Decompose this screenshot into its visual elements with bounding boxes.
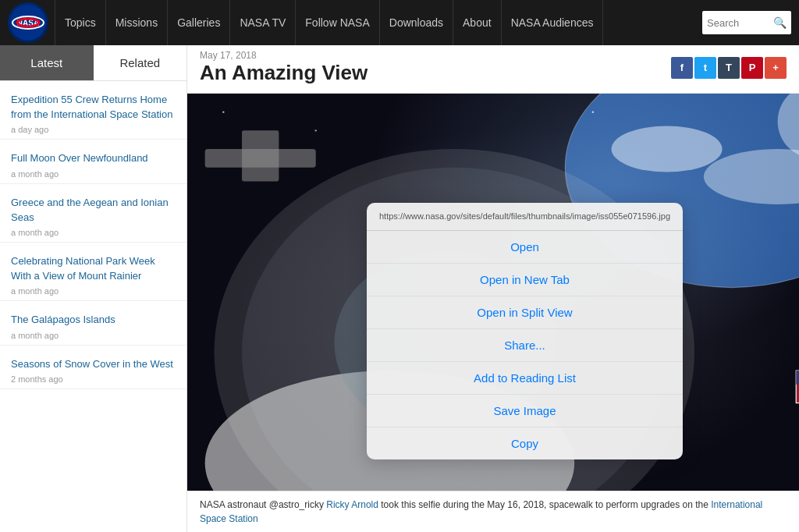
context-menu-save-image[interactable]: Save Image — [367, 395, 683, 427]
sidebar-item-title-5[interactable]: Seasons of Snow Cover in the West — [11, 358, 173, 370]
context-menu-share[interactable]: Share... — [367, 329, 683, 362]
content-header: May 17, 2018 An Amazing View f t T P + — [187, 45, 799, 94]
sidebar-tabs: Latest Related — [0, 45, 186, 81]
caption-link-ricky[interactable]: Ricky Arnold — [326, 499, 378, 510]
sidebar-item-time-0: a day ago — [11, 125, 176, 134]
nav-nasa-tv[interactable]: NASA TV — [230, 0, 296, 45]
article-title: An Amazing View — [200, 61, 368, 85]
sidebar-item-time-5: 2 months ago — [11, 374, 176, 384]
list-item: Celebrating National Park Week With a Vi… — [0, 243, 186, 301]
context-menu: https://www.nasa.gov/sites/default/files… — [367, 203, 683, 459]
sidebar: Latest Related Expedition 55 Crew Return… — [0, 45, 187, 532]
list-item: The Galápagos Islands a month ago — [0, 301, 186, 345]
sidebar-item-title-2[interactable]: Greece and the Aegean and Ionian Seas — [11, 197, 169, 223]
sidebar-item-time-2: a month ago — [11, 228, 176, 237]
main-layout: Latest Related Expedition 55 Crew Return… — [0, 45, 799, 532]
sidebar-item-title-4[interactable]: The Galápagos Islands — [11, 314, 115, 325]
list-item: Seasons of Snow Cover in the West 2 mont… — [0, 346, 186, 389]
nav-downloads[interactable]: Downloads — [380, 0, 453, 45]
plus-share-button[interactable]: + — [765, 57, 787, 79]
sidebar-item-time-1: a month ago — [11, 169, 176, 179]
pinterest-share-button[interactable]: P — [741, 57, 763, 79]
nav-topics[interactable]: Topics — [55, 0, 106, 45]
list-item: Full Moon Over Newfoundland a month ago — [0, 140, 186, 183]
nav-follow-nasa[interactable]: Follow NASA — [296, 0, 379, 45]
caption-area: NASA astronaut @astro_ricky Ricky Arnold… — [187, 491, 799, 532]
sidebar-item-title-3[interactable]: Celebrating National Park Week With a Vi… — [11, 255, 155, 282]
article-date: May 17, 2018 — [200, 50, 368, 61]
list-item: Expedition 55 Crew Returns Home from the… — [0, 81, 186, 140]
nasa-logo[interactable]: NASA — [8, 2, 48, 43]
image-area: https://www.nasa.gov/sites/default/files… — [187, 94, 799, 491]
list-item: Greece and the Aegean and Ionian Seas a … — [0, 184, 186, 243]
twitter-share-button[interactable]: t — [694, 57, 716, 79]
tumblr-share-button[interactable]: T — [718, 57, 740, 79]
context-menu-open-new-tab[interactable]: Open in New Tab — [367, 264, 683, 296]
search-container: 🔍 — [702, 11, 791, 34]
sidebar-items: Expedition 55 Crew Returns Home from the… — [0, 81, 186, 532]
nav-galleries[interactable]: Galleries — [168, 0, 230, 45]
nav-nasa-audiences[interactable]: NASA Audiences — [502, 0, 604, 45]
caption-text-before: NASA astronaut @astro_ricky — [200, 499, 326, 510]
context-menu-open[interactable]: Open — [367, 231, 683, 264]
context-menu-copy[interactable]: Copy — [367, 427, 683, 459]
context-menu-add-reading-list[interactable]: Add to Reading List — [367, 362, 683, 395]
header: NASA Topics Missions Galleries NASA TV F… — [0, 0, 799, 45]
social-icons: f t T P + — [671, 57, 787, 79]
context-menu-open-split-view[interactable]: Open in Split View — [367, 296, 683, 329]
context-menu-url: https://www.nasa.gov/sites/default/files… — [367, 203, 683, 231]
sidebar-item-title-0[interactable]: Expedition 55 Crew Returns Home from the… — [11, 94, 172, 120]
nav-missions[interactable]: Missions — [106, 0, 168, 45]
tab-latest[interactable]: Latest — [0, 45, 94, 80]
tab-related[interactable]: Related — [94, 45, 187, 80]
caption-text-after: took this selfie during the May 16, 2018… — [378, 499, 711, 510]
content-area: May 17, 2018 An Amazing View f t T P + — [187, 45, 799, 532]
facebook-share-button[interactable]: f — [671, 57, 693, 79]
search-icon[interactable]: 🔍 — [773, 16, 787, 29]
nav-links: Topics Missions Galleries NASA TV Follow… — [55, 0, 696, 45]
sidebar-item-time-4: a month ago — [11, 331, 176, 340]
search-input[interactable] — [707, 17, 773, 29]
sidebar-item-title-1[interactable]: Full Moon Over Newfoundland — [11, 152, 148, 164]
sidebar-item-time-3: a month ago — [11, 286, 176, 296]
nav-about[interactable]: About — [453, 0, 502, 45]
